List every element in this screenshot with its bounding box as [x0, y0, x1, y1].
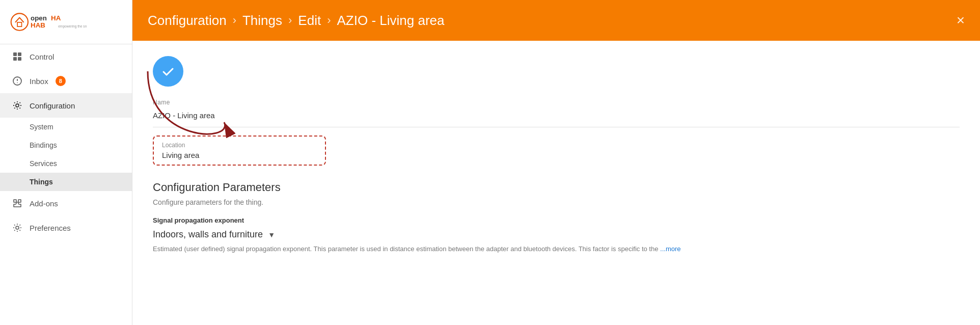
sidebar-sub-item-services-label: Services — [30, 159, 57, 168]
check-icon — [160, 64, 176, 79]
breadcrumb-edit: Edit — [298, 13, 321, 29]
sidebar-sub-item-services[interactable]: Services — [0, 154, 132, 173]
sidebar-item-inbox[interactable]: Inbox 8 — [0, 69, 132, 93]
name-label: Name — [153, 99, 960, 106]
breadcrumb-sep-1: › — [233, 14, 236, 27]
dropdown-arrow-icon: ▼ — [268, 231, 275, 239]
param-label: Signal propagation exponent — [153, 216, 960, 224]
configuration-icon — [12, 100, 22, 111]
sidebar-sub-item-things[interactable]: Things — [0, 173, 132, 191]
sidebar-item-inbox-label: Inbox — [30, 77, 48, 86]
sidebar: open HAB HA empowering the smart home Co… — [0, 0, 132, 325]
svg-rect-8 — [13, 57, 17, 61]
location-field[interactable]: Location Living area — [153, 136, 326, 166]
inbox-badge: 8 — [56, 76, 66, 86]
sidebar-sub-item-bindings[interactable]: Bindings — [0, 136, 132, 154]
grid-icon — [12, 51, 22, 62]
inbox-icon — [12, 76, 22, 86]
name-value: AZIO - Living area — [153, 108, 960, 127]
svg-rect-6 — [13, 52, 17, 56]
sidebar-item-preferences[interactable]: Preferences — [0, 215, 132, 240]
param-dropdown-value: Indoors, walls and furniture — [153, 229, 263, 240]
svg-point-13 — [16, 104, 19, 107]
sidebar-item-configuration[interactable]: Configuration — [0, 93, 132, 118]
svg-text:HAB: HAB — [31, 21, 45, 29]
logo: open HAB HA empowering the smart home — [10, 9, 87, 35]
sidebar-item-addons-label: Add-ons — [30, 199, 58, 208]
sidebar-item-control-label: Control — [30, 52, 54, 61]
param-dropdown[interactable]: Indoors, walls and furniture ▼ — [153, 229, 960, 240]
puzzle-icon — [12, 198, 22, 208]
preferences-icon — [12, 223, 22, 233]
sidebar-sub-item-bindings-label: Bindings — [30, 141, 57, 149]
breadcrumb: Configuration › Things › Edit › AZIO - L… — [148, 13, 444, 29]
check-circle[interactable] — [153, 56, 183, 87]
header-bar: Configuration › Things › Edit › AZIO - L… — [132, 0, 980, 41]
main-content: Configuration › Things › Edit › AZIO - L… — [132, 0, 980, 325]
svg-text:HA: HA — [51, 15, 61, 22]
sidebar-item-configuration-label: Configuration — [30, 101, 75, 110]
logo-area: open HAB HA empowering the smart home — [0, 0, 132, 44]
breadcrumb-sep-3: › — [327, 14, 331, 27]
sidebar-sub-item-system-label: System — [30, 123, 53, 131]
content-area: Name AZIO - Living area Location Living … — [132, 41, 980, 325]
breadcrumb-things: Things — [242, 13, 282, 29]
config-params-section: Configuration Parameters Configure param… — [153, 181, 960, 254]
section-desc: Configure parameters for the thing. — [153, 198, 960, 206]
sidebar-item-addons[interactable]: Add-ons — [0, 191, 132, 215]
location-label: Location — [162, 142, 317, 149]
svg-point-14 — [16, 226, 19, 229]
sidebar-sub-item-system[interactable]: System — [0, 118, 132, 136]
sidebar-sub-item-things-label: Things — [30, 178, 53, 186]
section-title: Configuration Parameters — [153, 181, 960, 194]
breadcrumb-item: AZIO - Living area — [337, 13, 445, 29]
name-field: Name AZIO - Living area — [153, 99, 960, 127]
sidebar-item-control[interactable]: Control — [0, 44, 132, 69]
svg-rect-1 — [17, 22, 21, 26]
location-value: Living area — [162, 151, 317, 159]
close-button[interactable]: × — [957, 13, 965, 28]
breadcrumb-configuration: Configuration — [148, 13, 227, 29]
breadcrumb-sep-2: › — [288, 14, 292, 27]
svg-rect-9 — [18, 57, 21, 61]
svg-rect-7 — [18, 52, 21, 56]
more-link[interactable]: ...more — [660, 245, 680, 253]
sidebar-item-preferences-label: Preferences — [30, 224, 71, 232]
param-description: Estimated (user defined) signal propagat… — [153, 244, 960, 254]
svg-text:empowering the smart home: empowering the smart home — [58, 24, 87, 29]
